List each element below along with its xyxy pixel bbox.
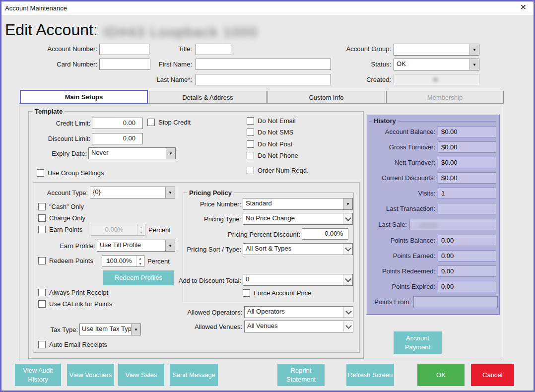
checkbox-box[interactable] [38, 300, 46, 308]
card-number-field[interactable] [99, 59, 150, 70]
account-number-field[interactable] [99, 44, 149, 55]
history-row-value [438, 203, 496, 214]
checkbox-box[interactable] [247, 152, 254, 159]
do-not-email-checkbox[interactable]: Do Not Email [247, 117, 296, 125]
view-sales-button[interactable]: View Sales [118, 364, 164, 386]
use-calink-checkbox[interactable]: Use CALink for Points [38, 300, 112, 308]
status-combo[interactable]: OK ▼ [394, 59, 479, 70]
chevron-down-icon[interactable] [343, 244, 352, 255]
chevron-down-icon[interactable] [343, 321, 353, 332]
pricing-policy-title: Pricing Policy [187, 189, 234, 196]
always-print-receipt-checkbox[interactable]: Always Print Receipt [38, 289, 108, 296]
allowed-operators-combo[interactable]: All Operators [244, 306, 353, 318]
chevron-down-icon[interactable] [343, 213, 352, 224]
account-payment-button[interactable]: Account Payment [394, 331, 442, 354]
add-to-discount-total-value: 0 [243, 274, 343, 285]
do-not-sms-checkbox[interactable]: Do Not SMS [247, 129, 293, 136]
pricing-type-combo[interactable]: No Price Change [243, 213, 353, 225]
pricing-percent-discount-field[interactable]: 0.00% [302, 228, 348, 240]
checkbox-box[interactable] [38, 341, 46, 348]
title-field[interactable] [196, 44, 231, 55]
dropdown-arrow-icon[interactable]: ▼ [165, 240, 175, 251]
add-to-discount-total-combo[interactable]: 0 [243, 274, 353, 286]
history-row-value: 0.00 [438, 250, 496, 261]
dropdown-arrow-icon[interactable]: ▼ [165, 187, 175, 198]
discount-limit-field[interactable]: 0.00 [92, 133, 143, 144]
checkbox-box[interactable] [38, 289, 46, 296]
history-row-label: Points Expired: [370, 283, 435, 290]
view-audit-history-button[interactable]: View Audit History [15, 364, 61, 386]
tab-label: Main Setups [65, 93, 103, 101]
dropdown-arrow-icon[interactable]: ▼ [343, 198, 352, 209]
checkbox-box[interactable] [247, 140, 254, 148]
auto-email-receipts-checkbox[interactable]: Auto Email Receipts [38, 341, 107, 348]
history-row-label: Visits: [370, 190, 435, 197]
cancel-button[interactable]: Cancel [471, 364, 514, 386]
chevron-down-icon[interactable] [343, 274, 352, 285]
ok-button[interactable]: OK [417, 364, 465, 386]
earn-profile-combo[interactable]: Use Till Profile ▼ [97, 240, 175, 252]
dropdown-arrow-icon[interactable]: ▼ [469, 44, 479, 55]
checkbox-box[interactable] [38, 214, 46, 222]
checkbox-box[interactable] [247, 167, 254, 174]
expiry-date-combo[interactable]: Never ▼ [88, 147, 176, 159]
checkbox-label: Use Group Settings [48, 169, 104, 177]
spinner-up-icon[interactable]: ▲ [136, 256, 144, 261]
account-type-combo[interactable]: {0} ▼ [90, 187, 175, 198]
first-name-field[interactable] [196, 59, 331, 70]
close-icon[interactable]: ✕ [520, 3, 527, 11]
checkbox-box[interactable] [243, 289, 250, 297]
last-name-field[interactable] [196, 74, 331, 85]
checkbox-box[interactable] [247, 117, 254, 125]
add-to-discount-total-label: Add to Discount Total: [169, 277, 241, 284]
cash-only-checkbox[interactable]: "Cash" Only [38, 203, 84, 210]
earn-points-checkbox[interactable]: Earn Points [38, 226, 82, 233]
allowed-venues-combo[interactable]: All Venues [244, 321, 353, 332]
refresh-screen-button[interactable]: Refresh Screen [346, 364, 394, 386]
checkbox-box[interactable] [38, 203, 46, 210]
do-not-phone-checkbox[interactable]: Do Not Phone [247, 152, 298, 159]
checkbox-box[interactable] [37, 169, 44, 177]
checkbox-box[interactable] [38, 226, 46, 233]
title-bar[interactable]: Account Maintenance ✕ [1, 1, 534, 15]
chevron-down-icon[interactable] [343, 307, 353, 318]
history-row-value: $0.00 [438, 126, 496, 137]
allowed-operators-value: All Operators [245, 307, 343, 318]
account-group-combo[interactable]: ▼ [394, 44, 479, 56]
order-num-reqd-checkbox[interactable]: Order Num Reqd. [247, 167, 309, 174]
charge-only-checkbox[interactable]: Charge Only [38, 214, 85, 222]
force-account-price-checkbox[interactable]: Force Account Price [243, 289, 311, 297]
tab-details-address[interactable]: Details & Address [149, 91, 267, 104]
checkbox-label: "Cash" Only [49, 203, 84, 210]
dropdown-arrow-icon[interactable]: ▼ [131, 324, 140, 335]
checkbox-box[interactable] [247, 129, 254, 136]
use-group-settings-checkbox[interactable]: Use Group Settings [37, 169, 104, 177]
spinner-up-icon: ▲ [137, 224, 145, 230]
do-not-post-checkbox[interactable]: Do Not Post [247, 140, 292, 148]
checkbox-box[interactable] [147, 119, 155, 126]
allowed-operators-label: Allowed Operators: [169, 309, 242, 316]
redeem-profiles-button[interactable]: Redeem Profiles [103, 270, 174, 285]
redeem-points-checkbox[interactable]: Redeem Points [38, 257, 93, 264]
pricing-sort-type-combo[interactable]: All Sort & Types [243, 243, 353, 255]
checkbox-label: Charge Only [49, 214, 85, 222]
dropdown-arrow-icon[interactable]: ▼ [469, 59, 479, 70]
spinner-down-icon[interactable]: ▼ [136, 261, 144, 266]
reprint-statement-button[interactable]: Reprint Statement [277, 364, 325, 386]
tab-custom-info[interactable]: Custom Info [268, 91, 385, 104]
credit-limit-field[interactable]: 0.00 [92, 118, 143, 129]
history-row-value: $0.00 [438, 157, 496, 168]
tax-type-combo[interactable]: Use Item Tax Type ▼ [79, 324, 141, 335]
stop-credit-checkbox[interactable]: Stop Credit [147, 119, 191, 126]
checkbox-label: Always Print Receipt [49, 289, 108, 296]
tab-main-setups[interactable]: Main Setups [20, 90, 148, 104]
dropdown-arrow-icon[interactable]: ▼ [166, 148, 175, 159]
price-number-combo[interactable]: Standard ▼ [243, 198, 353, 210]
account-type-label: Account Type: [35, 189, 88, 196]
redeem-points-spinner[interactable]: 100.00% ▲ ▼ [102, 255, 144, 267]
pricing-type-value: No Price Change [243, 213, 343, 224]
send-message-button[interactable]: Send Message [170, 364, 218, 386]
expiry-date-value: Never [89, 148, 166, 159]
checkbox-box[interactable] [38, 257, 46, 264]
view-vouchers-button[interactable]: View Vouchers [67, 364, 114, 386]
